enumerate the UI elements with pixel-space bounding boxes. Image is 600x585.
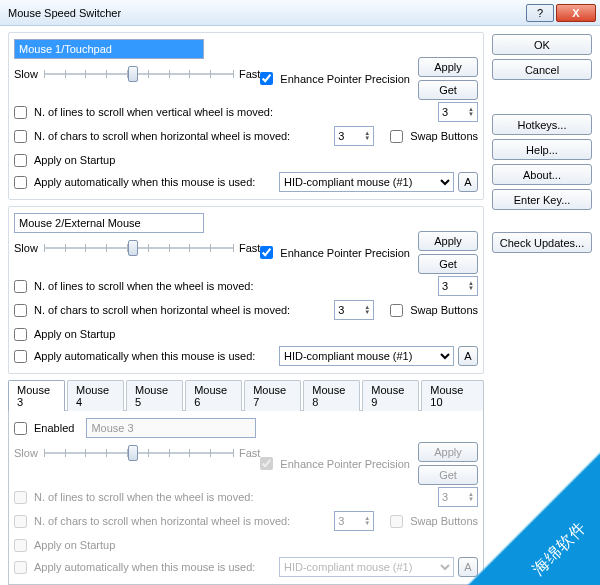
- tab-lines-label: N. of lines to scroll when the wheel is …: [34, 491, 254, 503]
- tab-enhance: Enhance Pointer Precision: [260, 454, 410, 474]
- mouse1-auto-label: Apply automatically when this mouse is u…: [34, 176, 255, 188]
- window-title: Mouse Speed Switcher: [4, 7, 524, 19]
- tab-lines-checkbox: [14, 491, 27, 504]
- mouse1-apply-button[interactable]: Apply: [418, 57, 478, 77]
- mouse1-chars-checkbox[interactable]: [14, 130, 27, 143]
- cancel-button[interactable]: Cancel: [492, 59, 592, 80]
- tab-enabled-label: Enabled: [34, 422, 74, 434]
- tab-chars-label: N. of chars to scroll when horizontal wh…: [34, 515, 290, 527]
- mouse1-device-select[interactable]: HID-compliant mouse (#1): [279, 172, 454, 192]
- ok-button[interactable]: OK: [492, 34, 592, 55]
- mouse1-a-button[interactable]: A: [458, 172, 478, 192]
- tab-enhance-checkbox: [260, 457, 273, 470]
- tab-startup-label: Apply on Startup: [34, 539, 115, 551]
- tab-mouse5[interactable]: Mouse 5: [126, 380, 183, 411]
- mouse1-enhance[interactable]: Enhance Pointer Precision: [260, 69, 410, 89]
- about-button[interactable]: About...: [492, 164, 592, 185]
- tab-lines-spin: 3▲▼: [438, 487, 478, 507]
- tab-chars-checkbox: [14, 515, 27, 528]
- mouse1-lines-label: N. of lines to scroll when vertical whee…: [34, 106, 273, 118]
- fast-label: Fast: [239, 68, 260, 80]
- main-panel: Slow Fast Enhance Pointer Precision Appl…: [8, 32, 484, 585]
- mouse2-device-select[interactable]: HID-compliant mouse (#1): [279, 346, 454, 366]
- slow-label: Slow: [14, 242, 38, 254]
- close-button[interactable]: X: [556, 4, 596, 22]
- mouse1-lines-spin[interactable]: 3▲▼: [438, 102, 478, 122]
- side-buttons: OK Cancel Hotkeys... Help... About... En…: [492, 32, 592, 585]
- tab-mouse9[interactable]: Mouse 9: [362, 380, 419, 411]
- tab-mouse8[interactable]: Mouse 8: [303, 380, 360, 411]
- mouse2-get-button[interactable]: Get: [418, 254, 478, 274]
- mouse2-enhance-checkbox[interactable]: [260, 246, 273, 259]
- tab-mouse3[interactable]: Mouse 3: [8, 380, 65, 411]
- mouse1-chars-label: N. of chars to scroll when horizontal wh…: [34, 130, 290, 142]
- close-icon: X: [572, 7, 579, 19]
- spinner-arrows-icon: ▲▼: [468, 107, 474, 117]
- tab-device-select: HID-compliant mouse (#1): [279, 557, 454, 577]
- tab-auto-checkbox: [14, 561, 27, 574]
- spinner-arrows-icon: ▲▼: [468, 492, 474, 502]
- tab-mouse10[interactable]: Mouse 10: [421, 380, 484, 411]
- tab-speed-slider: [44, 445, 233, 461]
- mouse2-auto-label: Apply automatically when this mouse is u…: [34, 350, 255, 362]
- enterkey-button[interactable]: Enter Key...: [492, 189, 592, 210]
- mouse-tabs: Mouse 3 Mouse 4 Mouse 5 Mouse 6 Mouse 7 …: [8, 380, 484, 411]
- mouse2-speed-slider[interactable]: [44, 240, 233, 256]
- mouse2-a-button[interactable]: A: [458, 346, 478, 366]
- tab-swap-checkbox: [390, 515, 403, 528]
- checkupdates-button[interactable]: Check Updates...: [492, 232, 592, 253]
- mouse1-group: Slow Fast Enhance Pointer Precision Appl…: [8, 32, 484, 200]
- mouse1-name-input[interactable]: [14, 39, 204, 59]
- mouse1-swap[interactable]: Swap Buttons: [390, 126, 478, 146]
- mouse2-apply-button[interactable]: Apply: [418, 231, 478, 251]
- tab-swap: Swap Buttons: [390, 511, 478, 531]
- mouse1-startup-checkbox[interactable]: [14, 154, 27, 167]
- titlebar: Mouse Speed Switcher ? X: [0, 0, 600, 26]
- mouse2-lines-checkbox[interactable]: [14, 280, 27, 293]
- tab-get-button: Get: [418, 465, 478, 485]
- mouse2-enhance[interactable]: Enhance Pointer Precision: [260, 243, 410, 263]
- hotkeys-button[interactable]: Hotkeys...: [492, 114, 592, 135]
- help-icon: ?: [537, 7, 543, 19]
- spinner-arrows-icon: ▲▼: [468, 281, 474, 291]
- tab-chars-spin: 3▲▼: [334, 511, 374, 531]
- help-button[interactable]: ?: [526, 4, 554, 22]
- mouse1-lines-checkbox[interactable]: [14, 106, 27, 119]
- mouse2-lines-spin[interactable]: 3▲▼: [438, 276, 478, 296]
- mouse1-get-button[interactable]: Get: [418, 80, 478, 100]
- tab-mouse4[interactable]: Mouse 4: [67, 380, 124, 411]
- mouse2-chars-checkbox[interactable]: [14, 304, 27, 317]
- mouse1-swap-checkbox[interactable]: [390, 130, 403, 143]
- slow-label: Slow: [14, 68, 38, 80]
- mouse2-chars-label: N. of chars to scroll when horizontal wh…: [34, 304, 290, 316]
- tab-a-button: A: [458, 557, 478, 577]
- mouse2-startup-checkbox[interactable]: [14, 328, 27, 341]
- tab-mouse6[interactable]: Mouse 6: [185, 380, 242, 411]
- tab-enabled-checkbox[interactable]: [14, 422, 27, 435]
- mouse1-speed-slider[interactable]: [44, 66, 233, 82]
- mouse1-startup-label: Apply on Startup: [34, 154, 115, 166]
- help-button[interactable]: Help...: [492, 139, 592, 160]
- fast-label: Fast: [239, 242, 260, 254]
- mouse2-swap[interactable]: Swap Buttons: [390, 300, 478, 320]
- mouse2-auto-checkbox[interactable]: [14, 350, 27, 363]
- spinner-arrows-icon: ▲▼: [364, 131, 370, 141]
- mouse1-auto-checkbox[interactable]: [14, 176, 27, 189]
- tab-name-input[interactable]: [86, 418, 256, 438]
- spinner-arrows-icon: ▲▼: [364, 305, 370, 315]
- mouse1-enhance-checkbox[interactable]: [260, 72, 273, 85]
- mouse2-group: Slow Fast Enhance Pointer Precision Appl…: [8, 206, 484, 374]
- mouse2-startup-label: Apply on Startup: [34, 328, 115, 340]
- tab-auto-label: Apply automatically when this mouse is u…: [34, 561, 255, 573]
- tab-startup-checkbox: [14, 539, 27, 552]
- mouse1-chars-spin[interactable]: 3▲▼: [334, 126, 374, 146]
- tab-panel: Enabled Slow Fast: [8, 410, 484, 585]
- tab-apply-button: Apply: [418, 442, 478, 462]
- fast-label: Fast: [239, 447, 260, 459]
- mouse2-name-input[interactable]: [14, 213, 204, 233]
- mouse2-lines-label: N. of lines to scroll when the wheel is …: [34, 280, 254, 292]
- slow-label: Slow: [14, 447, 38, 459]
- mouse2-chars-spin[interactable]: 3▲▼: [334, 300, 374, 320]
- mouse2-swap-checkbox[interactable]: [390, 304, 403, 317]
- tab-mouse7[interactable]: Mouse 7: [244, 380, 301, 411]
